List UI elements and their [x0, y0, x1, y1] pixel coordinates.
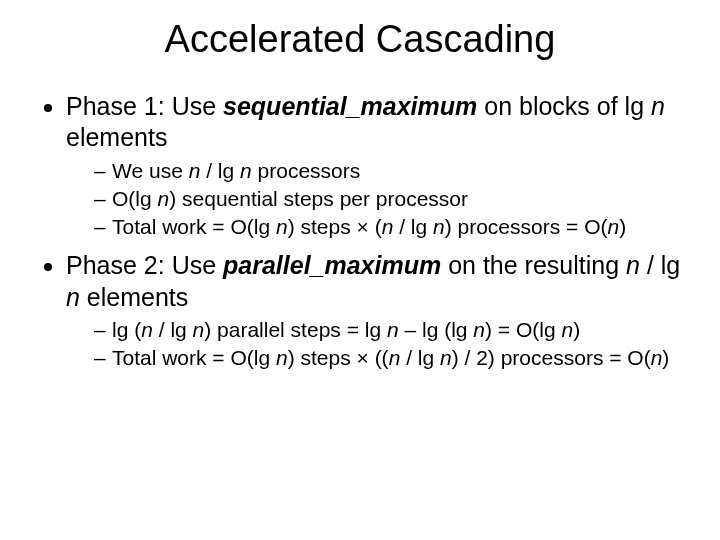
- sub-item: Total work = O(lg n) steps × (n / lg n) …: [94, 214, 690, 240]
- sub-item: O(lg n) sequential steps per processor: [94, 186, 690, 212]
- sub-item: lg (n / lg n) parallel steps = lg n – lg…: [94, 317, 690, 343]
- sub-item: We use n / lg n processors: [94, 158, 690, 184]
- phase2-text: Phase 2: Use parallel_maximum on the res…: [66, 251, 680, 310]
- slide-title: Accelerated Cascading: [30, 18, 690, 61]
- slide: Accelerated Cascading Phase 1: Use seque…: [0, 0, 720, 540]
- bullet-phase1: Phase 1: Use sequential_maximum on block…: [66, 91, 690, 240]
- bullet-phase2: Phase 2: Use parallel_maximum on the res…: [66, 250, 690, 371]
- sub-item: Total work = O(lg n) steps × ((n / lg n)…: [94, 345, 690, 371]
- phase1-text: Phase 1: Use sequential_maximum on block…: [66, 92, 665, 151]
